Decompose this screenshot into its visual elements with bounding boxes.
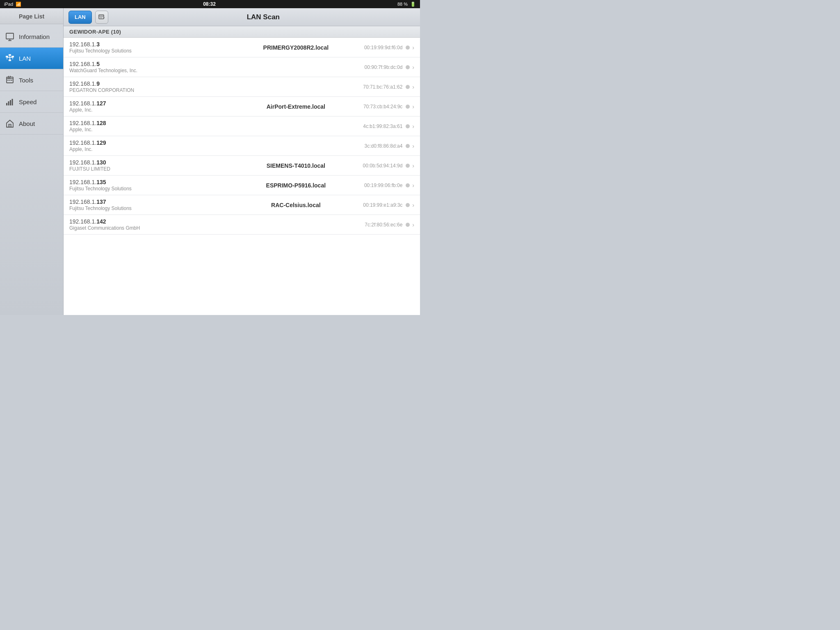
table-row[interactable]: 192.168.1.9 PEGATRON CORPORATION 70:71:b… bbox=[64, 77, 420, 97]
lan-icon bbox=[5, 53, 15, 63]
chevron-right-icon: › bbox=[412, 182, 414, 189]
table-row[interactable]: 192.168.1.137 Fujitsu Technology Solutio… bbox=[64, 195, 420, 215]
app-container: Page List Information bbox=[0, 8, 420, 315]
device-ip: 192.168.1.9 bbox=[69, 80, 255, 87]
device-vendor: Fujitsu Technology Solutions bbox=[69, 205, 255, 211]
svg-rect-8 bbox=[9, 59, 11, 61]
svg-rect-0 bbox=[6, 33, 14, 39]
device-hostname: AirPort-Extreme.local bbox=[255, 103, 337, 110]
device-info: 192.168.1.9 PEGATRON CORPORATION bbox=[69, 80, 255, 93]
device-vendor: Apple, Inc. bbox=[69, 127, 255, 132]
sidebar-item-label-about: About bbox=[19, 120, 35, 127]
chevron-right-icon: › bbox=[412, 44, 414, 51]
chevron-right-icon: › bbox=[412, 103, 414, 110]
wifi-icon: 📶 bbox=[16, 2, 21, 7]
device-info: 192.168.1.135 Fujitsu Technology Solutio… bbox=[69, 179, 255, 192]
svg-rect-25 bbox=[6, 103, 7, 105]
chevron-right-icon: › bbox=[412, 202, 414, 208]
svg-rect-6 bbox=[9, 54, 11, 56]
edit-button[interactable] bbox=[95, 11, 108, 24]
device-mac: 00:19:99:e1:a9:3c bbox=[337, 202, 402, 208]
table-row[interactable]: 192.168.1.129 Apple, Inc. 3c:d0:f8:86:8d… bbox=[64, 136, 420, 156]
table-row[interactable]: 192.168.1.127 Apple, Inc. AirPort-Extrem… bbox=[64, 97, 420, 116]
speed-icon bbox=[5, 97, 15, 107]
sidebar-item-label-lan: LAN bbox=[19, 55, 31, 62]
device-ip: 192.168.1.5 bbox=[69, 61, 255, 67]
device-info: 192.168.1.128 Apple, Inc. bbox=[69, 120, 255, 132]
sidebar-title: Page List bbox=[0, 8, 63, 24]
sidebar-item-lan[interactable]: LAN bbox=[0, 48, 63, 69]
status-bar: iPad 📶 08:32 88 % 🔋 bbox=[0, 0, 420, 8]
sidebar-item-speed[interactable]: Speed bbox=[0, 91, 63, 113]
device-list: 192.168.1.3 Fujitsu Technology Solutions… bbox=[64, 38, 420, 235]
toolbar: LAN LAN Scan bbox=[64, 8, 420, 26]
tools-icon bbox=[5, 75, 15, 85]
svg-rect-23 bbox=[8, 76, 9, 77]
sidebar-item-label-information: Information bbox=[19, 33, 50, 40]
table-row[interactable]: 192.168.1.5 WatchGuard Technologies, Inc… bbox=[64, 57, 420, 77]
device-ip: 192.168.1.137 bbox=[69, 199, 255, 205]
lan-button[interactable]: LAN bbox=[68, 11, 92, 24]
device-ip: 192.168.1.3 bbox=[69, 41, 255, 48]
battery-icon: 🔋 bbox=[410, 2, 416, 7]
battery-label: 88 % bbox=[397, 2, 408, 7]
sidebar-item-tools[interactable]: Tools bbox=[0, 69, 63, 91]
device-vendor: Apple, Inc. bbox=[69, 107, 255, 113]
chevron-right-icon: › bbox=[412, 84, 414, 90]
svg-rect-18 bbox=[7, 80, 9, 81]
device-indicator bbox=[406, 144, 410, 148]
device-info: 192.168.1.3 Fujitsu Technology Solutions bbox=[69, 41, 255, 54]
chevron-right-icon: › bbox=[412, 221, 414, 228]
svg-rect-26 bbox=[8, 101, 9, 105]
device-hostname: SIEMENS-T4010.local bbox=[255, 162, 337, 169]
device-mac: 3c:d0:f8:86:8d:a4 bbox=[337, 143, 402, 149]
chevron-right-icon: › bbox=[412, 143, 414, 149]
device-vendor: Apple, Inc. bbox=[69, 146, 255, 152]
svg-rect-24 bbox=[10, 76, 11, 77]
device-vendor: PEGATRON CORPORATION bbox=[69, 87, 255, 93]
device-indicator bbox=[406, 46, 410, 50]
device-indicator bbox=[406, 85, 410, 89]
table-row[interactable]: 192.168.1.128 Apple, Inc. 4c:b1:99:82:3a… bbox=[64, 116, 420, 136]
device-indicator bbox=[406, 65, 410, 69]
device-ip: 192.168.1.127 bbox=[69, 100, 255, 107]
svg-rect-28 bbox=[12, 99, 13, 105]
svg-rect-27 bbox=[10, 100, 11, 105]
device-vendor: Gigaset Communications GmbH bbox=[69, 225, 255, 231]
table-row[interactable]: 192.168.1.142 Gigaset Communications Gmb… bbox=[64, 215, 420, 235]
device-indicator bbox=[406, 203, 410, 207]
svg-rect-20 bbox=[11, 80, 12, 81]
group-header: GEWIDOR-APE (10) bbox=[64, 26, 420, 38]
table-row[interactable]: 192.168.1.135 Fujitsu Technology Solutio… bbox=[64, 176, 420, 195]
device-mac: 00:0b:5d:94:14:9d bbox=[337, 163, 402, 169]
device-hostname: PRIMERGY2008R2.local bbox=[255, 44, 337, 51]
device-info: 192.168.1.137 Fujitsu Technology Solutio… bbox=[69, 199, 255, 211]
table-row[interactable]: 192.168.1.130 FUJITSU LIMITED SIEMENS-T4… bbox=[64, 156, 420, 176]
device-indicator bbox=[406, 124, 410, 128]
sidebar-items: Information LAN bbox=[0, 24, 63, 315]
device-info: 192.168.1.127 Apple, Inc. bbox=[69, 100, 255, 113]
status-right: 88 % 🔋 bbox=[397, 2, 416, 7]
chevron-right-icon: › bbox=[412, 64, 414, 71]
device-indicator bbox=[406, 164, 410, 168]
device-vendor: Fujitsu Technology Solutions bbox=[69, 186, 255, 192]
device-ip: 192.168.1.128 bbox=[69, 120, 255, 126]
device-ip: 192.168.1.135 bbox=[69, 179, 255, 185]
main-content: LAN LAN Scan GEWIDOR-APE (10) 192.168.1.… bbox=[64, 8, 420, 315]
device-mac: 70:73:cb:b4:24:9c bbox=[337, 104, 402, 110]
about-icon bbox=[5, 119, 15, 128]
device-mac: 00:90:7f:9b:dc:0d bbox=[337, 64, 402, 70]
device-mac: 7c:2f:80:56:ec:6e bbox=[337, 222, 402, 228]
scan-area[interactable]: GEWIDOR-APE (10) 192.168.1.3 Fujitsu Tec… bbox=[64, 26, 420, 315]
sidebar-item-information[interactable]: Information bbox=[0, 26, 63, 48]
device-indicator bbox=[406, 105, 410, 109]
chevron-right-icon: › bbox=[412, 123, 414, 130]
chevron-right-icon: › bbox=[412, 162, 414, 169]
sidebar-item-about[interactable]: About bbox=[0, 113, 63, 135]
device-ip: 192.168.1.130 bbox=[69, 159, 255, 166]
device-hostname: RAC-Celsius.local bbox=[255, 202, 337, 208]
device-hostname: ESPRIMO-P5916.local bbox=[255, 182, 337, 189]
status-left: iPad 📶 bbox=[4, 2, 21, 7]
table-row[interactable]: 192.168.1.3 Fujitsu Technology Solutions… bbox=[64, 38, 420, 57]
svg-rect-19 bbox=[9, 80, 11, 81]
